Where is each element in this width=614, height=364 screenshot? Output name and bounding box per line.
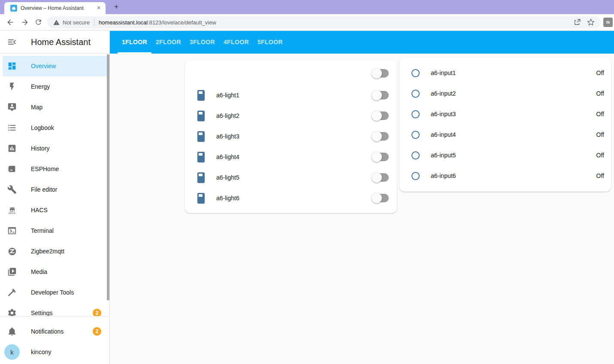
toggle-switch-off[interactable] <box>372 91 389 99</box>
light-switch-icon[interactable] <box>196 193 206 203</box>
sidebar-item-history[interactable]: History <box>0 138 109 159</box>
sidebar-item-zigbee2mqtt[interactable]: Zigbee2mqtt <box>0 241 109 262</box>
sidebar-item-label: File editor <box>31 186 57 193</box>
sidebar-item-overview[interactable]: Overview <box>3 56 107 76</box>
entity-name: a6-light5 <box>216 174 372 181</box>
list-bulleted-icon <box>7 123 17 133</box>
map-account-icon <box>7 102 17 112</box>
address-bar[interactable]: Not secure homeassistant.local:8123/love… <box>47 16 601 28</box>
light-switch-icon[interactable] <box>196 152 206 162</box>
sidebar-bottom: Notifications 2 k kincony <box>0 316 109 364</box>
sidebar-item-developer-tools[interactable]: Developer Tools <box>0 282 109 303</box>
dashboard-content: a6-light1 a6-light2 a6-light3 a6-light4 <box>110 54 614 364</box>
lightning-bolt-icon <box>7 81 17 92</box>
app-title: Home Assistant <box>31 37 91 47</box>
toggle-switch-off[interactable] <box>372 153 389 161</box>
entity-row: a6-light5 <box>185 167 397 188</box>
bookmark-star-icon[interactable] <box>587 18 595 26</box>
sidebar-item-user[interactable]: k kincony <box>0 342 109 362</box>
entity-name: a6-input6 <box>431 172 596 179</box>
sidebar-item-settings[interactable]: Settings 2 <box>0 303 109 316</box>
view-tabs-header: 1FLOOR 2FLOOR 3FLOOR 4FLOOR 5FLOOR <box>110 31 614 54</box>
main-area: 1FLOOR 2FLOOR 3FLOOR 4FLOOR 5FLOOR a6-li… <box>110 31 614 364</box>
entity-row: a6-light2 <box>185 105 397 126</box>
user-name: kincony <box>31 349 51 355</box>
toggle-switch-off[interactable] <box>372 194 389 202</box>
entity-row: a6-input4 Off <box>399 124 611 145</box>
radiobox-blank-icon[interactable] <box>410 171 420 181</box>
sidebar-item-terminal[interactable]: Terminal <box>0 220 109 241</box>
home-assistant-app: Home Assistant Overview Energy Map <box>0 31 614 364</box>
entity-row: a6-light3 <box>185 126 397 147</box>
toggle-switch-off[interactable] <box>372 132 389 141</box>
entity-row: a6-input3 Off <box>399 104 611 124</box>
forward-icon[interactable] <box>21 18 29 27</box>
url-path: :8123/lovelace/default_view <box>148 19 216 26</box>
back-icon[interactable] <box>6 18 15 27</box>
sidebar-item-hacs[interactable]: HACS HACS <box>0 200 109 220</box>
new-tab-button[interactable]: + <box>111 1 122 12</box>
browser-tab-title: Overview – Home Assistant <box>21 5 93 11</box>
entity-name: a6-light2 <box>216 112 372 119</box>
browser-tab[interactable]: Overview – Home Assistant × <box>4 2 106 14</box>
sidebar-item-logbook[interactable]: Logbook <box>0 117 109 138</box>
toggle-switch-off[interactable] <box>372 173 389 182</box>
sidebar-item-notifications[interactable]: Notifications 2 <box>0 321 109 342</box>
chip-icon <box>7 164 17 174</box>
tab-4floor[interactable]: 4FLOOR <box>219 31 253 54</box>
tab-1floor[interactable]: 1FLOOR <box>118 31 151 54</box>
radiobox-blank-icon[interactable] <box>410 129 420 140</box>
radiobox-blank-icon[interactable] <box>410 68 420 78</box>
light-switch-icon[interactable] <box>196 90 206 100</box>
entity-name: a6-input4 <box>431 131 596 138</box>
entity-state: Off <box>596 111 604 117</box>
sidebar-item-media[interactable]: Media <box>0 262 109 282</box>
sidebar-item-label: Logbook <box>31 124 54 131</box>
tab-5floor[interactable]: 5FLOOR <box>253 31 287 54</box>
sidebar-item-label: HACS <box>31 207 48 214</box>
sidebar-item-file-editor[interactable]: File editor <box>0 179 109 200</box>
sidebar-item-energy[interactable]: Energy <box>0 76 109 97</box>
toggle-switch-off[interactable] <box>372 111 389 120</box>
browser-extension-icon[interactable]: tb <box>603 18 613 27</box>
sidebar-item-label: Settings <box>31 310 53 316</box>
entity-row: a6-input5 Off <box>399 145 611 165</box>
light-switch-icon[interactable] <box>196 111 206 121</box>
close-tab-icon[interactable]: × <box>95 5 102 12</box>
entity-name: a6-input2 <box>431 90 596 97</box>
sidebar-item-esphome[interactable]: ESPHome <box>0 159 109 179</box>
sidebar-item-label: Overview <box>31 63 56 69</box>
console-icon <box>7 226 17 236</box>
cog-icon <box>7 308 17 316</box>
toggle-switch-off[interactable] <box>372 69 389 78</box>
hacs-icon-text: HACS <box>9 212 15 214</box>
radiobox-blank-icon[interactable] <box>410 88 420 99</box>
play-box-multiple-icon <box>7 267 17 277</box>
tab-3floor[interactable]: 3FLOOR <box>185 31 219 54</box>
entity-name: a6-light1 <box>216 92 372 99</box>
view-dashboard-icon <box>7 61 17 71</box>
zigbee-icon <box>7 246 17 256</box>
entity-state: Off <box>596 172 604 179</box>
inputs-entities-card: a6-input1 Off a6-input2 Off a6-input3 Of… <box>399 58 611 192</box>
light-switch-icon[interactable] <box>196 172 206 183</box>
entity-state: Off <box>596 69 604 76</box>
radiobox-blank-icon[interactable] <box>410 109 420 119</box>
sidebar-scrollbar[interactable] <box>107 54 109 300</box>
user-avatar: k <box>4 344 20 360</box>
light-switch-icon[interactable] <box>196 131 206 141</box>
reload-icon[interactable] <box>34 18 43 27</box>
url-host: homeassistant.local <box>99 19 148 26</box>
address-divider <box>94 19 94 26</box>
sidebar-item-label: Notifications <box>31 328 64 335</box>
sidebar-toggle-menu-icon[interactable] <box>7 37 17 47</box>
sidebar-item-label: Media <box>31 268 47 275</box>
share-icon[interactable] <box>573 18 581 26</box>
wrench-icon <box>7 184 17 195</box>
tab-2floor[interactable]: 2FLOOR <box>151 31 185 54</box>
entity-state: Off <box>596 90 604 97</box>
radiobox-blank-icon[interactable] <box>410 150 420 160</box>
sidebar-item-map[interactable]: Map <box>0 97 109 117</box>
hammer-icon <box>7 287 17 298</box>
bell-icon <box>7 326 17 337</box>
